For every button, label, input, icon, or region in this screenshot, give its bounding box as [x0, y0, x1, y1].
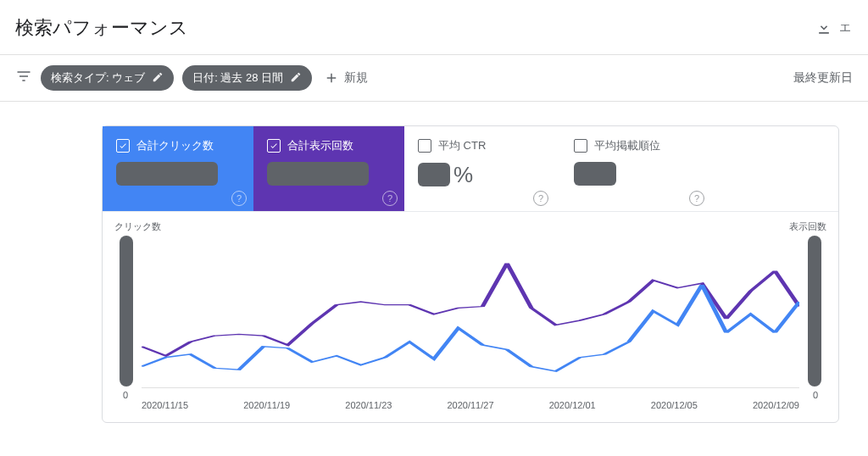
- redacted-value: [574, 162, 616, 186]
- y-axis-right-title: 表示回数: [789, 220, 826, 233]
- x-tick: 2020/11/27: [447, 400, 493, 410]
- metric-ctr[interactable]: 平均 CTR % ?: [404, 126, 555, 211]
- chart-plot: [142, 234, 799, 388]
- export-label[interactable]: エ: [839, 20, 851, 36]
- x-tick: 2020/12/09: [753, 400, 799, 410]
- metric-label: 平均掲載順位: [594, 138, 660, 153]
- y-zero-right: 0: [813, 390, 818, 400]
- metric-label: 合計表示回数: [287, 138, 353, 153]
- x-tick: 2020/11/19: [243, 400, 290, 410]
- pencil-icon: [290, 71, 302, 86]
- chip-label: 日付: 過去 28 日間: [192, 70, 283, 86]
- help-icon[interactable]: ?: [382, 191, 398, 206]
- x-tick: 2020/11/15: [142, 400, 188, 410]
- header-actions: エ: [815, 19, 851, 36]
- pencil-icon: [152, 71, 164, 86]
- filter-chip-date[interactable]: 日付: 過去 28 日間: [182, 65, 312, 91]
- checkbox-icon: [267, 139, 281, 153]
- help-icon[interactable]: ?: [689, 191, 704, 206]
- redacted-value: [267, 162, 369, 186]
- metric-label: 平均 CTR: [438, 138, 486, 153]
- redacted-y-axis-left: [120, 236, 133, 386]
- checkbox-icon: [418, 139, 431, 153]
- download-icon[interactable]: [815, 19, 832, 36]
- plus-icon: [324, 70, 339, 86]
- x-ticks: 2020/11/15 2020/11/19 2020/11/23 2020/11…: [142, 400, 799, 410]
- filters-toolbar: 検索タイプ: ウェブ 日付: 過去 28 日間 新規 最終更新日: [0, 55, 868, 102]
- y-axis-left-title: クリック数: [114, 220, 161, 233]
- y-zero-left: 0: [123, 390, 128, 400]
- x-tick: 2020/11/23: [345, 400, 392, 410]
- filter-icon[interactable]: [15, 68, 32, 88]
- line-impressions: [142, 264, 799, 356]
- page-title: 検索パフォーマンス: [15, 15, 188, 41]
- help-icon[interactable]: ?: [533, 191, 548, 206]
- chip-label: 検索タイプ: ウェブ: [51, 70, 145, 86]
- line-clicks: [142, 285, 799, 371]
- metric-position[interactable]: 平均掲載順位 ?: [560, 126, 711, 211]
- header: 検索パフォーマンス エ: [0, 0, 868, 55]
- last-update-label: 最終更新日: [793, 70, 853, 86]
- add-filter-button[interactable]: 新規: [320, 70, 368, 86]
- help-icon[interactable]: ?: [231, 191, 247, 206]
- metric-impressions[interactable]: 合計表示回数 ?: [253, 126, 404, 211]
- filter-chip-search-type[interactable]: 検索タイプ: ウェブ: [41, 65, 174, 91]
- performance-card: 合計クリック数 ? 合計表示回数 ? 平均 CTR %: [102, 125, 839, 423]
- checkbox-icon: [116, 139, 130, 153]
- redacted-value: [116, 162, 218, 186]
- checkbox-icon: [574, 139, 587, 153]
- chart: クリック数 表示回数 0 0 2020/11/15 2020/11/19 202…: [113, 220, 828, 415]
- redacted-y-axis-right: [808, 236, 821, 386]
- metric-label: 合計クリック数: [136, 138, 214, 153]
- redacted-value: [418, 163, 450, 186]
- metric-tiles: 合計クリック数 ? 合計表示回数 ? 平均 CTR %: [103, 126, 838, 212]
- x-tick: 2020/12/05: [651, 400, 698, 410]
- x-tick: 2020/12/01: [549, 400, 596, 410]
- add-filter-label: 新規: [344, 70, 368, 86]
- metric-clicks[interactable]: 合計クリック数 ?: [103, 126, 253, 211]
- percent-suffix: %: [453, 162, 473, 188]
